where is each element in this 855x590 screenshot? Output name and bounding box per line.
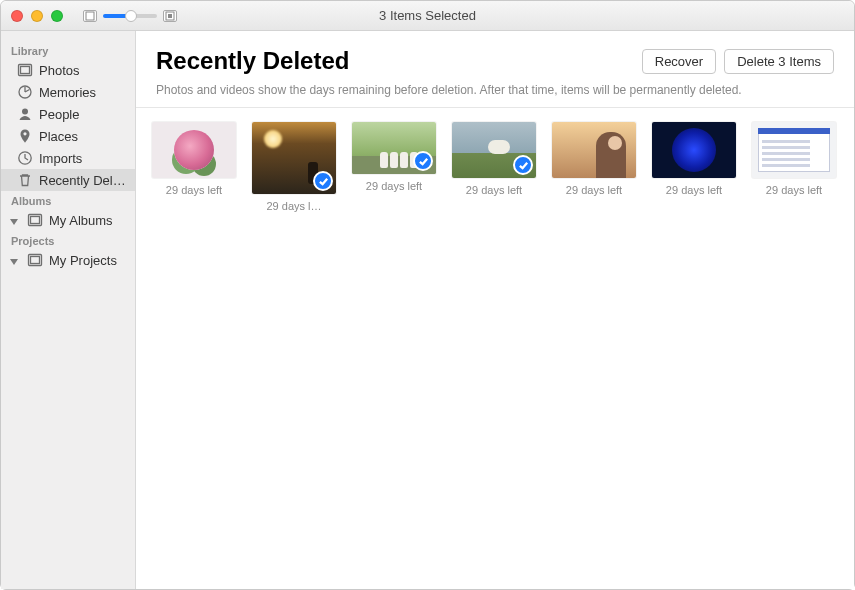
header-actions: Recover Delete 3 Items bbox=[642, 49, 834, 74]
photo-thumbnail[interactable]: 29 days left bbox=[752, 122, 836, 212]
album-icon bbox=[27, 212, 43, 228]
sidebar-item-recently-deleted[interactable]: Recently Dele… bbox=[1, 169, 135, 191]
sidebar-item-label: My Projects bbox=[49, 253, 117, 268]
content-header: Recently Deleted Recover Delete 3 Items … bbox=[136, 31, 854, 108]
sidebar-section-library: Library bbox=[1, 41, 135, 59]
photos-icon bbox=[17, 62, 33, 78]
sidebar-item-label: Recently Dele… bbox=[39, 173, 129, 188]
photo-grid: 29 days left 29 days l… 29 days left bbox=[136, 108, 854, 226]
disclosure-triangle-icon[interactable] bbox=[9, 255, 19, 265]
photo-thumbnail[interactable]: 29 days left bbox=[352, 122, 436, 212]
recover-button[interactable]: Recover bbox=[642, 49, 716, 74]
photo-thumbnail[interactable]: 29 days left bbox=[652, 122, 736, 212]
svg-rect-4 bbox=[21, 67, 30, 74]
sidebar-item-label: Imports bbox=[39, 151, 82, 166]
window-controls bbox=[11, 10, 63, 22]
sidebar-item-label: Places bbox=[39, 129, 78, 144]
days-left-label: 29 days left bbox=[466, 184, 522, 196]
thumbnail-image bbox=[652, 122, 736, 178]
page-subtitle: Photos and videos show the days remainin… bbox=[156, 83, 834, 97]
svg-rect-2 bbox=[168, 14, 172, 18]
sidebar-item-places[interactable]: Places bbox=[1, 125, 135, 147]
svg-rect-11 bbox=[31, 217, 40, 224]
thumbnail-image bbox=[152, 122, 236, 178]
sidebar-item-label: People bbox=[39, 107, 79, 122]
zoom-out-icon[interactable] bbox=[83, 10, 97, 22]
thumbnail-size-slider[interactable] bbox=[103, 14, 157, 18]
sidebar-item-imports[interactable]: Imports bbox=[1, 147, 135, 169]
thumbnail-image bbox=[752, 122, 836, 178]
sidebar-section-albums: Albums bbox=[1, 191, 135, 209]
svg-marker-12 bbox=[10, 259, 18, 265]
slider-knob[interactable] bbox=[125, 10, 137, 22]
sidebar-item-label: My Albums bbox=[49, 213, 113, 228]
photo-thumbnail[interactable]: 29 days left bbox=[452, 122, 536, 212]
days-left-label: 29 days left bbox=[166, 184, 222, 196]
days-left-label: 29 days l… bbox=[266, 200, 321, 212]
selected-check-icon bbox=[413, 151, 433, 171]
photo-thumbnail[interactable]: 29 days left bbox=[152, 122, 236, 212]
sidebar-item-memories[interactable]: Memories bbox=[1, 81, 135, 103]
selected-check-icon bbox=[513, 155, 533, 175]
minimize-window-button[interactable] bbox=[31, 10, 43, 22]
svg-rect-14 bbox=[31, 257, 40, 264]
sidebar-item-my-albums[interactable]: My Albums bbox=[1, 209, 135, 231]
svg-marker-9 bbox=[10, 219, 18, 225]
days-left-label: 29 days left bbox=[666, 184, 722, 196]
days-left-label: 29 days left bbox=[366, 180, 422, 192]
places-icon bbox=[17, 128, 33, 144]
sidebar-item-photos[interactable]: Photos bbox=[1, 59, 135, 81]
days-left-label: 29 days left bbox=[566, 184, 622, 196]
thumbnail-image bbox=[252, 122, 336, 194]
svg-rect-0 bbox=[86, 12, 94, 20]
sidebar: Library Photos Memories People Places Im… bbox=[1, 31, 136, 589]
sidebar-item-label: Memories bbox=[39, 85, 96, 100]
zoom-in-icon[interactable] bbox=[163, 10, 177, 22]
sidebar-item-my-projects[interactable]: My Projects bbox=[1, 249, 135, 271]
imports-icon bbox=[17, 150, 33, 166]
disclosure-triangle-icon[interactable] bbox=[9, 215, 19, 225]
svg-point-6 bbox=[22, 109, 28, 115]
toolbar-zoom-controls bbox=[83, 10, 177, 22]
thumbnail-image bbox=[352, 122, 436, 174]
sidebar-item-label: Photos bbox=[39, 63, 79, 78]
sidebar-item-people[interactable]: People bbox=[1, 103, 135, 125]
project-icon bbox=[27, 252, 43, 268]
photo-thumbnail[interactable]: 29 days left bbox=[552, 122, 636, 212]
titlebar: 3 Items Selected bbox=[1, 1, 854, 31]
svg-point-7 bbox=[23, 132, 26, 135]
thumbnail-image bbox=[552, 122, 636, 178]
sidebar-section-projects: Projects bbox=[1, 231, 135, 249]
zoom-window-button[interactable] bbox=[51, 10, 63, 22]
thumbnail-image bbox=[452, 122, 536, 178]
memories-icon bbox=[17, 84, 33, 100]
main-content: Recently Deleted Recover Delete 3 Items … bbox=[136, 31, 854, 589]
selected-check-icon bbox=[313, 171, 333, 191]
close-window-button[interactable] bbox=[11, 10, 23, 22]
days-left-label: 29 days left bbox=[766, 184, 822, 196]
delete-items-button[interactable]: Delete 3 Items bbox=[724, 49, 834, 74]
trash-icon bbox=[17, 172, 33, 188]
photo-thumbnail[interactable]: 29 days l… bbox=[252, 122, 336, 212]
app-window: 3 Items Selected Library Photos Memories… bbox=[0, 0, 855, 590]
page-title: Recently Deleted bbox=[156, 47, 349, 75]
people-icon bbox=[17, 106, 33, 122]
